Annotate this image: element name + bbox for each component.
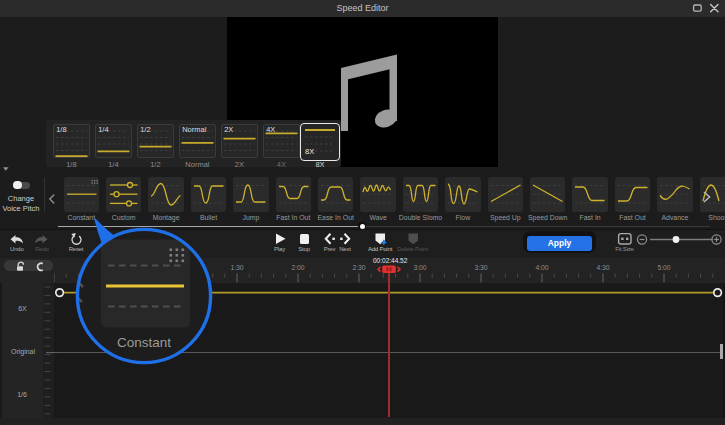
svg-text:Constant: Constant: [117, 335, 171, 350]
